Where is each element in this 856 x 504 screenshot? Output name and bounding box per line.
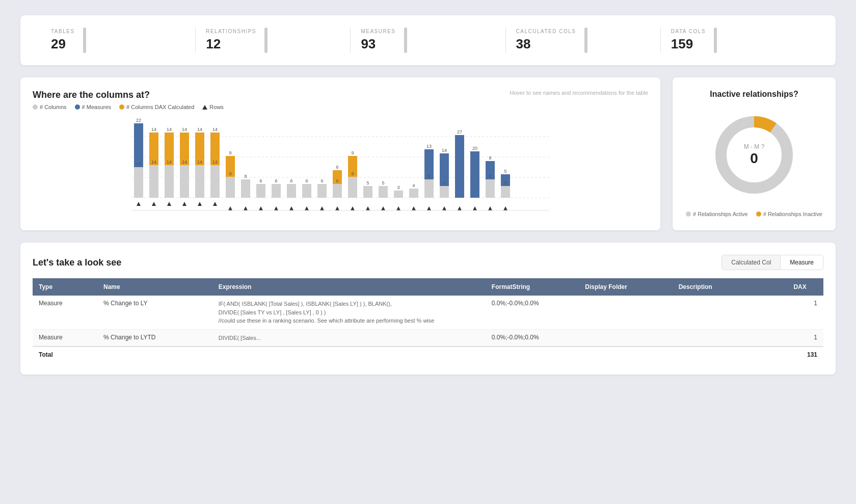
legend-inactive-rel: # Relationships Inactive — [756, 211, 822, 217]
svg-text:14: 14 — [197, 127, 202, 132]
cell-desc-1 — [673, 296, 788, 329]
stat-datacols-value: 159 — [671, 36, 706, 52]
svg-text:14: 14 — [442, 148, 447, 153]
table-row: Measure % Change to LY IF( AND( ISBLANK(… — [33, 296, 823, 329]
donut-chart: M - M ? 0 — [708, 109, 800, 201]
legend-columns-dot — [33, 104, 38, 110]
svg-rect-9 — [149, 165, 158, 198]
stats-card: TABLES 29 RELATIONSHIPS 12 MEASURES 93 C… — [20, 15, 836, 65]
svg-rect-42 — [256, 184, 265, 198]
svg-rect-54 — [317, 184, 327, 198]
stat-rel-bar — [264, 28, 268, 53]
svg-marker-104 — [503, 206, 507, 210]
svg-text:5: 5 — [504, 169, 506, 174]
donut-center: M - M ? 0 — [744, 143, 765, 167]
table-wrapper[interactable]: Type Name Expression FormatString Displa… — [33, 278, 823, 362]
legend-active-label: # Relationships Active — [693, 211, 748, 217]
stat-measures-label: MEASURES — [361, 29, 395, 34]
legend-rows: Rows — [202, 104, 224, 110]
svg-text:14: 14 — [182, 127, 187, 132]
svg-marker-66 — [351, 206, 355, 210]
svg-rect-51 — [302, 184, 311, 198]
svg-text:14: 14 — [167, 160, 172, 165]
table-body: Measure % Change to LY IF( AND( ISBLANK(… — [33, 296, 823, 347]
svg-text:5: 5 — [443, 180, 445, 185]
col-header-name: Name — [97, 278, 212, 296]
svg-rect-89 — [455, 135, 464, 198]
svg-marker-13 — [152, 202, 156, 206]
cell-dax-1: 1 — [787, 296, 823, 329]
svg-rect-70 — [379, 186, 388, 198]
legend-dax-calc: # Columns DAX Calculated — [119, 104, 194, 110]
cell-expr-1: IF( AND( ISBLANK( [Total Sales] ), ISBLA… — [212, 296, 486, 329]
legend-rows-triangle — [202, 105, 207, 110]
tab-calculated-col[interactable]: Calculated Col — [722, 255, 781, 270]
svg-text:14: 14 — [151, 160, 156, 165]
svg-text:13: 13 — [136, 162, 141, 167]
svg-marker-83 — [427, 206, 431, 210]
svg-marker-94 — [473, 206, 477, 210]
cell-name-1: % Change to LY — [97, 296, 212, 329]
svg-rect-4 — [134, 167, 143, 198]
cell-folder-2 — [579, 329, 672, 347]
svg-marker-23 — [182, 202, 186, 206]
svg-marker-78 — [412, 206, 416, 210]
svg-text:22: 22 — [136, 118, 141, 123]
legend-active-rel: # Relationships Active — [686, 211, 748, 217]
cell-desc-2 — [673, 329, 788, 347]
bar-chart-area: 22 13 14 14 14 14 — [33, 116, 648, 218]
stat-rel-label: RELATIONSHIPS — [206, 29, 256, 34]
stat-calccols-bar — [584, 28, 587, 53]
svg-marker-44 — [259, 206, 263, 210]
stat-calc-cols: CALCULATED COLS 38 — [506, 28, 661, 53]
svg-marker-53 — [305, 206, 309, 210]
stat-calccols-label: CALCULATED COLS — [516, 29, 576, 34]
legend-active-dot — [686, 211, 691, 217]
svg-marker-33 — [213, 202, 217, 206]
svg-rect-67 — [363, 186, 372, 198]
svg-text:8: 8 — [244, 174, 247, 179]
svg-rect-100 — [501, 186, 510, 198]
stat-measures-value: 93 — [361, 36, 395, 52]
legend-inactive-dot — [756, 211, 761, 217]
footer-empty-5 — [673, 347, 788, 362]
svg-text:6: 6 — [336, 165, 338, 170]
inactive-rel-card: Inactive relationships? M - M ? 0 # Rela… — [673, 77, 836, 230]
svg-marker-88 — [442, 206, 446, 210]
svg-text:6: 6 — [336, 178, 338, 183]
stat-calccols-value: 38 — [516, 36, 576, 52]
svg-text:8: 8 — [489, 155, 491, 161]
svg-rect-57 — [333, 184, 342, 198]
svg-rect-79 — [424, 179, 434, 198]
svg-text:14: 14 — [182, 160, 187, 165]
footer-empty-1 — [97, 347, 212, 362]
svg-text:14: 14 — [212, 160, 218, 165]
svg-rect-39 — [241, 179, 250, 198]
legend-dax-dot — [119, 104, 124, 110]
stat-relationships: RELATIONSHIPS 12 — [196, 28, 351, 53]
legend-rows-label: Rows — [209, 104, 224, 110]
svg-text:6: 6 — [320, 178, 323, 183]
tab-measure[interactable]: Measure — [781, 255, 823, 270]
legend-columns-label: # Columns — [40, 104, 67, 110]
svg-text:5: 5 — [504, 180, 506, 185]
svg-rect-34 — [226, 177, 235, 198]
stat-rel-value: 12 — [206, 36, 256, 52]
svg-text:9: 9 — [351, 150, 354, 155]
legend-columns: # Columns — [33, 104, 67, 110]
col-header-description: Description — [673, 278, 788, 296]
footer-empty-2 — [212, 347, 486, 362]
table-row: Measure % Change to LYTD DIVIDE( [Sales.… — [33, 329, 823, 347]
main-row: Where are the columns at? Hover to see n… — [20, 77, 836, 230]
table-card: Let's take a look see Calculated Col Mea… — [20, 243, 836, 375]
svg-text:27: 27 — [457, 129, 462, 135]
svg-text:13: 13 — [426, 144, 432, 149]
legend-measures-dot — [75, 104, 80, 110]
svg-rect-29 — [210, 165, 220, 198]
svg-text:14: 14 — [212, 127, 218, 132]
col-header-display-folder: Display Folder — [579, 278, 672, 296]
svg-rect-92 — [470, 151, 479, 198]
svg-marker-38 — [228, 206, 232, 210]
svg-text:9: 9 — [229, 171, 231, 176]
stat-datacols-label: DATA COLS — [671, 29, 706, 34]
